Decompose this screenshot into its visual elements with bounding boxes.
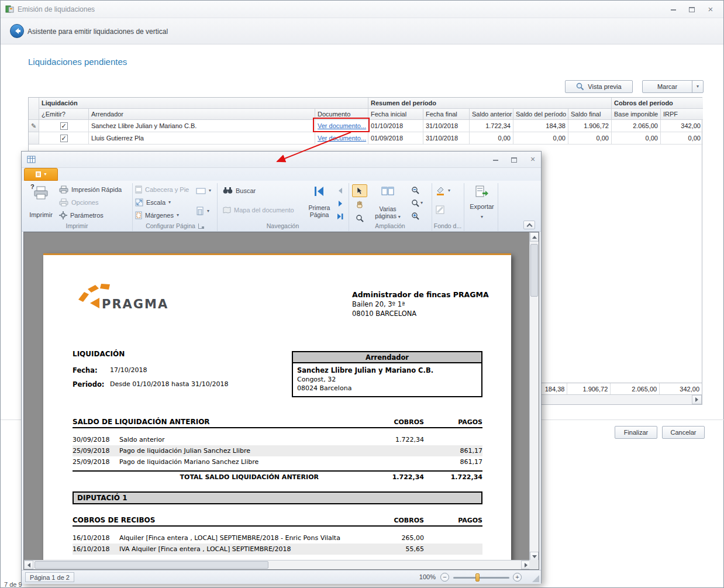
maximize-button[interactable] <box>685 5 699 14</box>
buscar-button[interactable]: Buscar <box>223 187 256 194</box>
row-concepto: Saldo anterior <box>119 436 360 443</box>
preview-close-button[interactable]: × <box>526 154 540 164</box>
saldo-title: SALDO DE LIQUIDACIÓN ANTERIOR <box>73 418 360 426</box>
preview-minimize-button[interactable] <box>488 155 502 164</box>
saldo-total-label: TOTAL SALDO LIQUIDACIÓN ANTERIOR <box>73 473 360 481</box>
opciones-button[interactable]: Opciones <box>59 198 98 207</box>
cancelar-button[interactable]: Cancelar <box>662 426 705 439</box>
group-header-liquidacion[interactable]: Liquidación <box>39 98 368 109</box>
total-base-imponible: 2.065,00 <box>611 383 660 394</box>
preview-maximize-button[interactable] <box>507 155 521 164</box>
col-fecha-inicial[interactable]: Fecha inicial <box>368 109 423 120</box>
scrollbar-thumb[interactable] <box>35 561 268 569</box>
paper-size-button[interactable]: ▾ <box>196 207 209 215</box>
cabecera-pie-button[interactable]: Cabecera y Pie <box>135 185 189 194</box>
finalizar-button[interactable]: Finalizar <box>615 426 657 439</box>
cell-irpf: 0,00 <box>661 132 703 145</box>
file-menu-tab[interactable]: ▾ <box>24 168 58 181</box>
company-block: Administrador de fincas PRAGMA Bailen 20… <box>352 290 505 318</box>
cell-fecha-inicial: 01/09/2018 <box>368 132 423 145</box>
scroll-right-icon <box>695 397 698 402</box>
imprimir-button[interactable]: ? Imprimir <box>25 183 57 221</box>
marcar-button[interactable]: Marcar ▾ <box>642 80 704 93</box>
varias-paginas-button[interactable]: Varias páginas ▾ <box>371 183 404 222</box>
back-button[interactable] <box>10 24 24 38</box>
zoom-in-button[interactable]: + <box>513 573 522 582</box>
vista-previa-button[interactable]: Vista previa <box>565 80 633 93</box>
col-emitir[interactable]: ¿Emitir? <box>39 109 89 120</box>
row-pagos: 861,17 <box>424 458 482 466</box>
cell-saldo-anterior: 0,00 <box>470 132 513 145</box>
marcar-dropdown[interactable]: ▾ <box>692 81 703 92</box>
col-arrendador[interactable]: Arrendador <box>89 109 315 120</box>
group-header-resumen[interactable]: Resumen del período <box>368 98 612 109</box>
chevron-down-icon: ▾ <box>420 201 423 205</box>
col-fecha-final[interactable]: Fecha final <box>423 109 470 120</box>
mapa-documento-button[interactable]: Mapa del documento <box>223 207 294 214</box>
previous-page-button[interactable] <box>334 185 347 196</box>
zoom-slider-track[interactable] <box>453 577 509 579</box>
ver-documento-link[interactable]: Ver documento... <box>318 135 366 142</box>
scroll-up-button[interactable] <box>530 232 539 242</box>
page-color-button[interactable]: ▾ <box>436 185 450 195</box>
col-saldo-periodo[interactable]: Saldo del período <box>513 109 568 120</box>
configurar-label-text: Configurar Página <box>146 222 195 229</box>
plus-icon: + <box>515 574 519 580</box>
cobros-header: COBROS <box>360 418 424 426</box>
col-saldo-anterior[interactable]: Saldo anterior <box>470 109 513 120</box>
scroll-right-button[interactable] <box>692 395 702 404</box>
parametros-button[interactable]: Parámetros <box>59 211 104 219</box>
last-page-button[interactable] <box>334 211 347 222</box>
minus-icon: − <box>443 574 446 580</box>
watermark-icon <box>436 205 444 214</box>
next-page-button[interactable] <box>334 198 347 209</box>
scrollbar-corner <box>529 560 539 569</box>
hand-tool-button[interactable] <box>352 198 367 211</box>
cell-base-imponible: 0,00 <box>612 132 661 145</box>
minimize-button[interactable] <box>666 5 680 14</box>
zoom-out-button[interactable] <box>408 185 423 195</box>
col-saldo-final[interactable]: Saldo final <box>568 109 612 120</box>
row-pagos: 861,17 <box>424 447 482 455</box>
chevron-down-icon: ▾ <box>398 214 401 219</box>
col-base-imponible[interactable]: Base imponible <box>612 109 661 120</box>
margenes-button[interactable]: Márgenes ▾ <box>135 211 179 219</box>
scroll-left-button[interactable] <box>24 561 33 569</box>
resize-grip[interactable] <box>532 575 539 582</box>
pencil-icon: ✎ <box>31 122 36 129</box>
impresion-rapida-button[interactable]: Impresión Rápida <box>59 185 122 194</box>
preview-horizontal-scrollbar[interactable] <box>24 560 530 569</box>
exportar-button[interactable]: Exportar ▾ <box>467 183 497 222</box>
cell-base-imponible: 2.065,00 <box>612 120 661 132</box>
parametros-label: Parámetros <box>70 212 104 219</box>
preview-vertical-scrollbar[interactable] <box>529 232 539 561</box>
zoom-out-button[interactable]: − <box>440 573 449 582</box>
group-header-cobros[interactable]: Cobros del período <box>612 98 703 109</box>
watermark-button[interactable] <box>436 205 444 214</box>
printer-icon <box>59 198 68 207</box>
gear-icon <box>59 211 67 219</box>
primera-pagina-button[interactable]: Primera Página <box>306 183 333 221</box>
preview-window-icon <box>27 156 36 164</box>
emitir-checkbox[interactable]: ✓ <box>60 122 68 130</box>
escala-button[interactable]: Escala ▾ <box>135 198 171 207</box>
collapse-ribbon-button[interactable] <box>523 221 535 229</box>
zoom-slider-thumb[interactable] <box>475 573 480 582</box>
dialog-launcher-icon[interactable] <box>198 223 204 229</box>
table-row[interactable]: ✓ Lluis Gutierrez Pla Ver documento... 0… <box>29 132 703 145</box>
pointer-tool-button[interactable] <box>352 184 367 197</box>
chevron-down-icon: ▾ <box>44 172 46 177</box>
margenes-label: Márgenes <box>145 212 174 219</box>
orientation-button[interactable]: ▾ <box>196 187 211 195</box>
cell-arrendador: Lluis Gutierrez Pla <box>89 132 315 145</box>
zoom-level-button[interactable]: ▾ <box>408 198 426 208</box>
scroll-right-icon <box>525 563 528 568</box>
scrollbar-thumb[interactable] <box>530 244 538 297</box>
col-irpf[interactable]: IRPF <box>661 109 703 120</box>
zoom-in-button[interactable] <box>408 211 423 221</box>
arrendador-box: Arrendador Sanchez Llibre Julian y Maria… <box>292 351 482 397</box>
emitir-checkbox[interactable]: ✓ <box>60 135 68 142</box>
fill-color-icon <box>436 185 445 195</box>
close-button[interactable]: × <box>704 4 718 13</box>
printer-icon: ? <box>33 185 49 201</box>
